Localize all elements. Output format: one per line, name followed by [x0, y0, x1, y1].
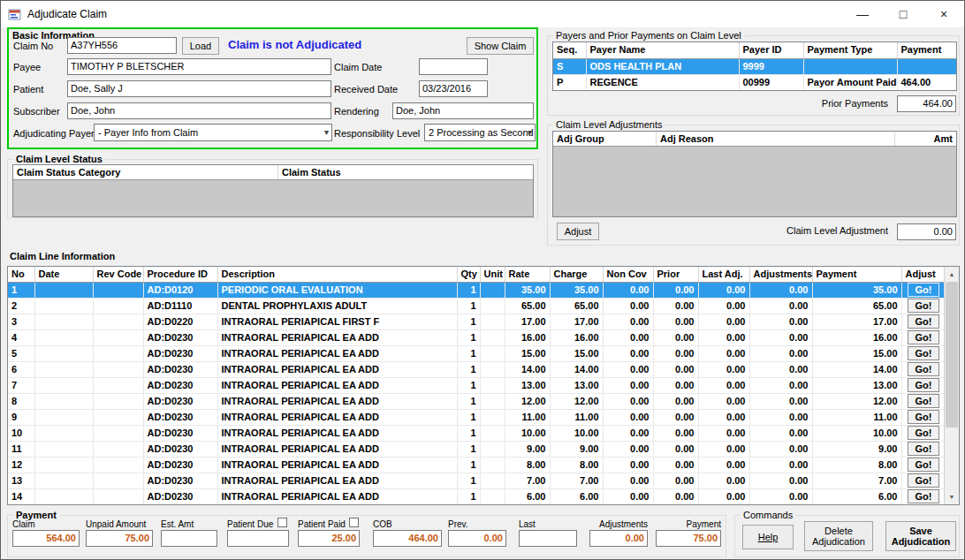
subscriber-input[interactable]: Doe, John: [67, 102, 331, 119]
patient-input[interactable]: Doe, Sally J: [67, 80, 331, 97]
cell-last_adj: 0.00: [698, 361, 749, 377]
rendering-input[interactable]: Doe, John: [392, 102, 534, 119]
col-rate[interactable]: Rate: [505, 267, 550, 282]
col-payment[interactable]: Payment: [897, 42, 956, 58]
help-button[interactable]: Help: [742, 525, 794, 549]
patient-paid-input[interactable]: 25.00: [298, 530, 360, 547]
claim-line-row[interactable]: 13AD:D0230INTRAORAL PERIAPICAL EA ADD17.…: [8, 473, 946, 488]
col-non-cov[interactable]: Non Cov: [603, 267, 653, 282]
go-button[interactable]: Go!: [908, 378, 939, 392]
go-button[interactable]: Go!: [908, 489, 939, 503]
claim-line-row[interactable]: 6AD:D0230INTRAORAL PERIAPICAL EA ADD114.…: [8, 361, 946, 377]
claim-line-row[interactable]: 14AD:D0230INTRAORAL PERIAPICAL EA ADD16.…: [8, 488, 946, 504]
patient-paid-checkbox[interactable]: [349, 518, 359, 527]
claim-level-adjustment-input[interactable]: 0.00: [897, 223, 956, 240]
last-input[interactable]: [519, 530, 577, 547]
claim-no-input[interactable]: A37YH556: [67, 37, 177, 54]
claim-amount-input[interactable]: 564.00: [12, 530, 80, 547]
payer-row[interactable]: P REGENCE 00999 Payor Amount Paid 464.00: [553, 74, 956, 90]
col-qty[interactable]: Qty: [457, 267, 480, 282]
scrollbar-thumb[interactable]: [946, 282, 958, 428]
col-adj-reason[interactable]: Adj Reason: [657, 132, 895, 146]
adjustments-input[interactable]: 0.00: [589, 530, 648, 547]
cell-last_adj: 0.00: [698, 314, 749, 329]
minimize-button[interactable]: —: [842, 1, 883, 27]
payer-row[interactable]: S ODS HEALTH PLAN 9999: [553, 58, 956, 74]
claim-line-row[interactable]: 8AD:D0230INTRAORAL PERIAPICAL EA ADD112.…: [8, 393, 946, 409]
go-button[interactable]: Go!: [908, 314, 939, 329]
col-prior[interactable]: Prior: [653, 267, 698, 282]
claim-line-row[interactable]: 2AD:D1110DENTAL PROPHYLAXIS ADULT165.006…: [8, 298, 946, 314]
col-claim-status-category[interactable]: Claim Status Category: [13, 165, 278, 179]
maximize-button[interactable]: □: [883, 1, 923, 27]
responsibility-level-select[interactable]: 2 Processing as Second▾: [424, 124, 536, 141]
cell-payment: 464.00: [897, 74, 956, 90]
patient-due-label: Patient Due: [227, 519, 273, 529]
cob-input[interactable]: 464.00: [373, 530, 442, 547]
col-description[interactable]: Description: [217, 267, 457, 282]
cell-charge: 65.00: [550, 298, 603, 314]
claim-level-adjustments-table: Adj Group Adj Reason Amt: [552, 131, 957, 217]
patient-due-input[interactable]: [227, 530, 289, 547]
col-adj-group[interactable]: Adj Group: [553, 132, 657, 146]
go-button[interactable]: Go!: [908, 473, 939, 488]
claim-line-row[interactable]: 7AD:D0230INTRAORAL PERIAPICAL EA ADD113.…: [8, 377, 946, 393]
col-adjustments[interactable]: Adjustments: [749, 267, 812, 282]
claim-lines-scrollbar[interactable]: ▲ ▼: [944, 267, 959, 504]
adjudicating-payer-select[interactable]: - Payer Info from Claim▾: [94, 124, 332, 141]
est-amt-input[interactable]: [161, 530, 217, 547]
go-button[interactable]: Go!: [908, 362, 939, 376]
col-no[interactable]: No: [8, 267, 34, 282]
cell-non_cov: 0.00: [603, 457, 653, 473]
claim-line-row[interactable]: 10AD:D0230INTRAORAL PERIAPICAL EA ADD110…: [8, 425, 946, 441]
adjust-button[interactable]: Adjust: [557, 223, 599, 240]
col-last-adj[interactable]: Last Adj.: [698, 267, 749, 282]
col-unit[interactable]: Unit: [480, 267, 505, 282]
col-procedure-id[interactable]: Procedure ID: [143, 267, 217, 282]
col-claim-status[interactable]: Claim Status: [278, 165, 533, 179]
prev-input[interactable]: 0.00: [448, 530, 506, 547]
col-rev-code[interactable]: Rev Code: [93, 267, 143, 282]
col-seq[interactable]: Seq.: [553, 42, 586, 58]
go-button[interactable]: Go!: [908, 442, 939, 456]
claim-line-row[interactable]: 4AD:D0230INTRAORAL PERIAPICAL EA ADD116.…: [8, 329, 946, 345]
col-payer-id[interactable]: Payer ID: [739, 42, 803, 58]
col-amt[interactable]: Amt: [895, 132, 956, 146]
close-button[interactable]: ×: [923, 1, 964, 27]
show-claim-button[interactable]: Show Claim: [467, 37, 534, 55]
scroll-down-icon[interactable]: ▼: [945, 489, 959, 504]
claim-date-input[interactable]: [419, 58, 488, 75]
patient-due-checkbox[interactable]: [277, 518, 287, 527]
payment-amount-input[interactable]: 75.00: [656, 530, 721, 547]
claim-line-row[interactable]: 9AD:D0230INTRAORAL PERIAPICAL EA ADD111.…: [8, 409, 946, 425]
claim-line-row[interactable]: 5AD:D0230INTRAORAL PERIAPICAL EA ADD115.…: [8, 345, 946, 361]
received-date-input[interactable]: 03/23/2016: [419, 80, 488, 97]
col-payment-type[interactable]: Payment Type: [803, 42, 897, 58]
col-payer-name[interactable]: Payer Name: [586, 42, 739, 58]
prior-payments-input[interactable]: 464.00: [897, 95, 956, 112]
cell-rate: 7.00: [505, 473, 550, 488]
go-button[interactable]: Go!: [908, 394, 939, 408]
delete-adjudication-button[interactable]: Delete Adjudication: [804, 521, 873, 551]
payee-input[interactable]: TIMOTHY P BLETSCHER: [67, 58, 331, 75]
go-button[interactable]: Go!: [908, 458, 939, 472]
col-payment[interactable]: Payment: [812, 267, 901, 282]
claim-line-row[interactable]: 3AD:D0220INTRAORAL PERIAPICAL FIRST F117…: [8, 314, 946, 329]
go-button[interactable]: Go!: [908, 346, 939, 360]
go-button[interactable]: Go!: [908, 299, 939, 313]
col-date[interactable]: Date: [34, 267, 93, 282]
cell-adjustments: 0.00: [749, 377, 812, 393]
col-adjust[interactable]: Adjust: [901, 267, 946, 282]
go-button[interactable]: Go!: [908, 283, 939, 297]
go-button[interactable]: Go!: [908, 330, 939, 344]
claim-line-row[interactable]: 1AD:D0120PERIODIC ORAL EVALUATION135.003…: [8, 282, 946, 298]
go-button[interactable]: Go!: [908, 410, 939, 424]
go-button[interactable]: Go!: [908, 426, 939, 440]
save-adjudication-button[interactable]: Save Adjudication: [885, 521, 956, 551]
claim-line-row[interactable]: 12AD:D0230INTRAORAL PERIAPICAL EA ADD18.…: [8, 457, 946, 473]
scroll-up-icon[interactable]: ▲: [945, 267, 959, 282]
col-charge[interactable]: Charge: [550, 267, 603, 282]
claim-line-row[interactable]: 11AD:D0230INTRAORAL PERIAPICAL EA ADD19.…: [8, 441, 946, 457]
load-button[interactable]: Load: [182, 37, 219, 55]
unpaid-amount-input[interactable]: 75.00: [86, 530, 153, 547]
